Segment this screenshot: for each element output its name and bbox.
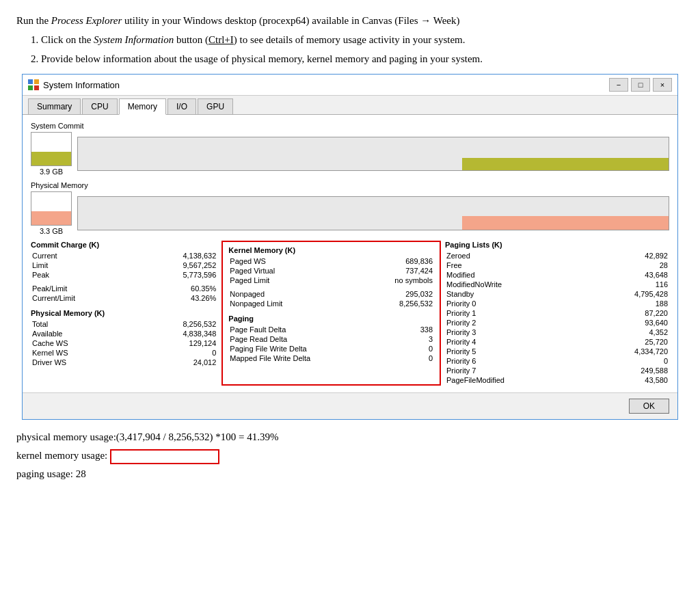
system-commit-main-bar xyxy=(462,158,669,170)
paging-file-write-label: Paging File Write Delta xyxy=(230,345,306,353)
physical-usage-value: physical memory usage:(3,417,904 / 8,256… xyxy=(16,431,278,442)
cache-ws-label: Cache WS xyxy=(32,339,68,347)
priority-4-value: 25,720 xyxy=(620,338,668,346)
titlebar: System Information − □ × xyxy=(23,75,677,96)
priority-6-value: 0 xyxy=(620,357,668,365)
kernel-ws-value: 0 xyxy=(168,349,216,357)
paging-file-write-row: Paging File Write Delta 0 xyxy=(228,345,434,353)
current-limit-value: 43.26% xyxy=(168,294,216,302)
system-commit-thumb-bar xyxy=(31,152,71,165)
priority-6-label: Priority 6 xyxy=(446,357,476,365)
current-limit-label: Current/Limit xyxy=(32,294,75,302)
paging-lists-title: Paging Lists (K) xyxy=(445,241,669,249)
current-value: 4,138,632 xyxy=(168,252,216,260)
priority-3-row: Priority 3 4,352 xyxy=(445,328,669,336)
modified-no-write-row: ModifiedNoWrite 116 xyxy=(445,280,669,289)
kernel-answer-box[interactable] xyxy=(110,449,219,464)
tab-summary[interactable]: Summary xyxy=(28,98,81,114)
system-commit-size: 3.9 GB xyxy=(40,168,63,176)
free-row: Free 28 xyxy=(445,261,669,269)
physical-memory-main-chart xyxy=(77,196,669,230)
paged-limit-label: Paged Limit xyxy=(230,276,269,284)
cache-ws-value: 129,124 xyxy=(168,339,216,347)
system-commit-row: 3.9 GB xyxy=(31,132,669,176)
total-label: Total xyxy=(32,320,48,328)
paging-lists-col: Paging Lists (K) Zeroed 42,892 Free 28 M… xyxy=(445,241,669,386)
nonpaged-limit-row: Nonpaged Limit 8,256,532 xyxy=(228,299,434,308)
page-fault-delta-label: Page Fault Delta xyxy=(230,325,286,334)
minimize-button[interactable]: − xyxy=(609,78,628,92)
mapped-file-write-value: 0 xyxy=(385,354,433,362)
paging-usage-line: paging usage: 28 xyxy=(16,465,684,483)
current-label: Current xyxy=(32,252,57,260)
kernel-memory-box: Kernel Memory (K) Paged WS 689,836 Paged… xyxy=(221,241,441,386)
physical-memory-thumb xyxy=(31,191,72,226)
paged-ws-value: 689,836 xyxy=(385,257,433,265)
system-commit-thumb-wrap: 3.9 GB xyxy=(31,132,72,176)
physical-memory-k-title: Physical Memory (K) xyxy=(31,309,217,317)
current-row: Current 4,138,632 xyxy=(31,252,217,260)
physical-memory-main-bar xyxy=(462,216,669,230)
tab-cpu[interactable]: CPU xyxy=(82,98,117,114)
available-label: Available xyxy=(32,330,62,338)
nonpaged-label: Nonpaged xyxy=(230,290,265,298)
page-read-delta-row: Page Read Delta 3 xyxy=(228,335,434,343)
priority-0-value: 188 xyxy=(620,299,668,308)
instructions: Run the Process Explorer utility in your… xyxy=(16,12,684,67)
kernel-memory-title: Kernel Memory (K) xyxy=(228,246,434,254)
tab-io[interactable]: I/O xyxy=(167,98,196,114)
mapped-file-write-label: Mapped File Write Delta xyxy=(230,354,310,362)
maximize-button[interactable]: □ xyxy=(631,78,650,92)
total-row: Total 8,256,532 xyxy=(31,320,217,328)
zeroed-label: Zeroed xyxy=(446,252,470,260)
kernel-usage-line: kernel memory usage: xyxy=(16,446,684,465)
paging-usage-value: paging usage: 28 xyxy=(16,468,86,479)
peak-limit-value: 60.35% xyxy=(168,284,216,293)
window-footer: OK xyxy=(23,392,677,419)
available-value: 4,838,348 xyxy=(168,330,216,338)
priority-4-label: Priority 4 xyxy=(446,338,476,346)
tab-memory[interactable]: Memory xyxy=(119,98,166,115)
priority-3-label: Priority 3 xyxy=(446,328,476,336)
driver-ws-value: 24,012 xyxy=(168,358,216,366)
nonpaged-row: Nonpaged 295,032 xyxy=(228,290,434,298)
tab-gpu[interactable]: GPU xyxy=(198,98,233,114)
commit-charge-title: Commit Charge (K) xyxy=(31,241,217,249)
paged-virtual-label: Paged Virtual xyxy=(230,267,275,275)
title-left: System Information xyxy=(28,79,120,90)
tabs-bar: Summary CPU Memory I/O GPU xyxy=(23,96,677,115)
physical-memory-label: Physical Memory xyxy=(31,181,669,189)
peak-limit-row: Peak/Limit 60.35% xyxy=(31,284,217,293)
priority-5-label: Priority 5 xyxy=(446,347,476,356)
cache-ws-row: Cache WS 129,124 xyxy=(31,339,217,347)
limit-row: Limit 9,567,252 xyxy=(31,261,217,269)
paged-ws-label: Paged WS xyxy=(230,257,266,265)
peak-label: Peak xyxy=(32,271,49,279)
driver-ws-row: Driver WS 24,012 xyxy=(31,358,217,366)
mapped-file-write-row: Mapped File Write Delta 0 xyxy=(228,354,434,362)
standby-label: Standby xyxy=(446,290,474,298)
svg-rect-2 xyxy=(28,85,33,90)
nonpaged-limit-label: Nonpaged Limit xyxy=(230,299,282,308)
kernel-ws-row: Kernel WS 0 xyxy=(31,349,217,357)
page-read-delta-value: 3 xyxy=(385,335,433,343)
nonpaged-limit-value: 8,256,532 xyxy=(385,299,433,308)
modified-row: Modified 43,648 xyxy=(445,271,669,279)
close-button[interactable]: × xyxy=(653,78,672,92)
window-controls: − □ × xyxy=(609,78,672,92)
priority-2-value: 93,640 xyxy=(620,319,668,327)
priority-5-value: 4,334,720 xyxy=(620,347,668,356)
paging-file-write-value: 0 xyxy=(385,345,433,353)
page-file-modified-value: 43,580 xyxy=(620,376,668,384)
priority-0-row: Priority 0 188 xyxy=(445,299,669,308)
priority-6-row: Priority 6 0 xyxy=(445,357,669,365)
free-value: 28 xyxy=(620,261,668,269)
priority-0-label: Priority 0 xyxy=(446,299,476,308)
svg-rect-3 xyxy=(34,85,39,90)
step1-text: Click on the System Information button (… xyxy=(41,31,684,48)
window-title: System Information xyxy=(43,80,120,90)
ok-button[interactable]: OK xyxy=(629,399,669,414)
priority-5-row: Priority 5 4,334,720 xyxy=(445,347,669,356)
paged-ws-row: Paged WS 689,836 xyxy=(228,257,434,265)
intro-text: Run the Process Explorer utility in your… xyxy=(16,12,684,29)
